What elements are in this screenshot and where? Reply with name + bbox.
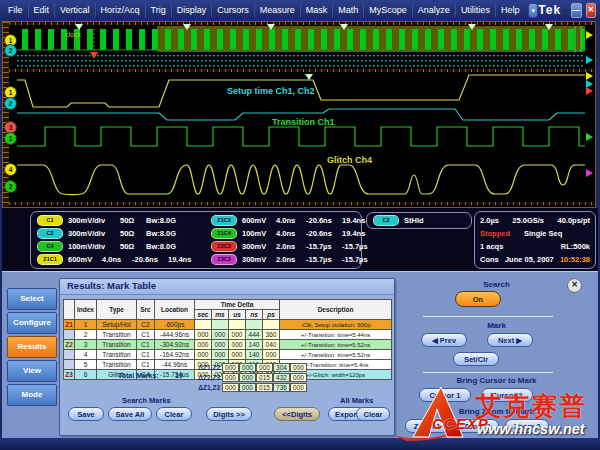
delta-z2z3-label: ΔZ2,Z3 — [194, 374, 222, 381]
channel-readout-box: C1 300mV/div 50Ω Bw:8.0G C2 300mV/div 50… — [30, 211, 362, 269]
z1c4-badge[interactable]: Z1C4 — [211, 228, 237, 239]
glitch-trace — [17, 165, 585, 195]
timebase: 2.0µs — [480, 216, 499, 225]
separator — [423, 316, 553, 317]
menu-measure[interactable]: Measure — [255, 3, 301, 17]
menu-file[interactable]: File — [3, 3, 29, 17]
z3c3-scale: 300mV — [242, 255, 276, 264]
record-length: RL:500k — [561, 242, 590, 251]
close-window-button[interactable]: ✕ — [586, 3, 596, 18]
search-label: Search — [395, 280, 598, 289]
z1c1-badge[interactable]: Z1C1 — [37, 254, 63, 265]
sidebar-item-select[interactable]: Select — [7, 288, 57, 310]
sidebar-item-results[interactable]: Results — [7, 336, 57, 358]
z1c4-pos1: -20.6ns — [306, 229, 342, 238]
ch4-badge[interactable]: C4 — [37, 241, 63, 252]
z1c1-pos1: -20.6ns — [132, 255, 168, 264]
transition-annotation: Transition Ch1 — [272, 117, 335, 127]
col-sec: sec — [195, 310, 212, 320]
sidebar-item-view[interactable]: View — [7, 360, 57, 382]
mark-prev-button[interactable]: ◀ Prev — [421, 333, 467, 347]
total-marks-label: Total Marks: — [118, 372, 159, 379]
mark-next-button[interactable]: Next ▶ — [487, 333, 533, 347]
waveform-screen: clock Setup time Ch1, Ch2 Transition Ch1… — [2, 21, 596, 208]
resolution: 40.0ps/pt — [557, 216, 590, 225]
minimize-button[interactable]: — — [571, 3, 581, 18]
acq-mode: Single Seq — [524, 229, 562, 238]
search-marks-label: Search Marks — [122, 396, 171, 405]
z2c3-pos2: -15.7µs — [342, 242, 368, 251]
save-button[interactable]: Save — [68, 407, 104, 421]
ch2-badge[interactable]: C2 — [37, 228, 63, 239]
date: June 05, 2007 — [505, 255, 554, 264]
menu-help[interactable]: Help — [496, 3, 525, 17]
mark-table-dialog: Results: Mark Table Index Type Src Locat… — [59, 278, 395, 436]
ch1-badge[interactable]: C1 — [37, 215, 63, 226]
menu-display[interactable]: Display — [172, 3, 213, 17]
right-reference-arrows — [586, 31, 593, 177]
overview-ch2-trace — [17, 55, 585, 56]
z1c2-time: 4.0ns — [276, 216, 306, 225]
window-bottom-edge — [0, 438, 600, 450]
table-row[interactable]: 4 Transition C1 -164.92ns 000 000 000 14… — [64, 350, 392, 360]
glitch-annotation: Glitch Ch4 — [327, 155, 372, 165]
menu-analyze[interactable]: Analyze — [413, 3, 456, 17]
z1c2-handle[interactable]: 2 — [4, 97, 17, 110]
clear-search-marks-button[interactable]: Clear — [156, 407, 192, 421]
sidebar-item-mode[interactable]: Mode — [7, 384, 57, 406]
col-us: us — [229, 310, 246, 320]
ch2-bandwidth: Bw:8.0G — [146, 229, 176, 238]
col-type: Type — [97, 300, 137, 320]
ch2-impedance: 50Ω — [120, 229, 146, 238]
menu-mask[interactable]: Mask — [301, 3, 334, 17]
menu-utilities[interactable]: Utilities — [456, 3, 496, 17]
tek-logo: Tek — [538, 3, 561, 17]
z3c3-time: 2.0ns — [276, 255, 306, 264]
z2c3-pos1: -15.7µs — [306, 242, 342, 251]
sample-rate: 25.0GS/s — [512, 216, 544, 225]
overview-clock-trace — [17, 29, 585, 50]
table-row[interactable]: Z2 3 Transition C1 -304.92ns 000 000 000… — [64, 340, 392, 350]
menu-horiz-acq[interactable]: Horiz/Acq — [96, 3, 146, 17]
trigger-type: StHld — [404, 216, 424, 225]
z1c2-badge[interactable]: Z1C2 — [211, 215, 237, 226]
z3c3-pos2: -15.7µs — [342, 255, 368, 264]
separator — [423, 372, 553, 373]
ch1-scale: 300mV/div — [68, 216, 120, 225]
zoom1-trigger-triangle — [305, 74, 313, 80]
z2c3-badge[interactable]: Z2C3 — [211, 241, 237, 252]
watermark-url: www.hncsw.net — [477, 421, 585, 437]
col-index: Index — [75, 300, 97, 320]
menu-overflow-button[interactable]: ▾ — [528, 3, 538, 18]
search-on-button[interactable]: On — [455, 291, 501, 307]
acq-status: Stopped — [480, 229, 524, 238]
ch2-handle[interactable]: 2 — [4, 44, 17, 57]
trigger-source-badge[interactable]: C2 — [373, 215, 399, 226]
z1c1-pos2: 19.4ns — [168, 255, 191, 264]
menu-vertical[interactable]: Vertical — [55, 3, 96, 17]
all-marks-label: All Marks — [340, 396, 373, 405]
menu-trig[interactable]: Trig — [146, 3, 172, 17]
ch4-bandwidth: Bw:8.0G — [146, 242, 176, 251]
mark-setclr-button[interactable]: Set/Clr — [453, 352, 499, 366]
clock-label: clock — [65, 31, 81, 38]
z3c3-badge[interactable]: Z3C3 — [211, 254, 237, 265]
menu-cursors[interactable]: Cursors — [212, 3, 255, 17]
total-marks-count: 10 — [175, 372, 183, 379]
glitch-handle[interactable]: 2 — [4, 180, 17, 193]
table-row[interactable]: Z1 1 Setup/Hol C2 -600ps -Clk, Setup vio… — [64, 320, 392, 330]
sidebar-item-configure[interactable]: Configure — [7, 312, 57, 334]
table-row[interactable]: 2 Transition C1 -444.96ns 000 000 000 44… — [64, 330, 392, 340]
digits-forward-button[interactable]: Digits >> — [206, 407, 252, 421]
ch2-scale: 300mV/div — [68, 229, 120, 238]
ch4-handle[interactable]: 4 — [4, 163, 17, 176]
z1c4-scale: 100mV — [242, 229, 276, 238]
menu-myscope[interactable]: MyScope — [364, 3, 413, 17]
save-all-button[interactable]: Save All — [108, 407, 152, 421]
digits-back-button[interactable]: <<Digits — [274, 407, 320, 421]
menu-edit[interactable]: Edit — [29, 3, 56, 17]
delta-z1z2-label: ΔZ1,Z2 — [194, 364, 222, 371]
transition-handle[interactable]: 1 — [4, 132, 17, 145]
ch1-bandwidth: Bw:8.0G — [146, 216, 176, 225]
menu-math[interactable]: Math — [333, 3, 364, 17]
